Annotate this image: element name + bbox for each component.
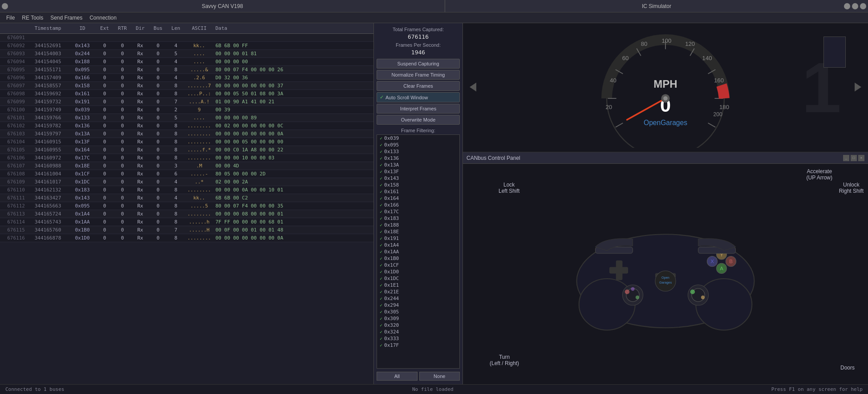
filter-item[interactable]: ✓0x136 xyxy=(377,155,459,162)
table-row[interactable]: 676114 344165743 0x1AA 0 0 Rx 0 8 ......… xyxy=(0,218,373,226)
cell-rownum: 676100 xyxy=(0,106,27,113)
table-row[interactable]: 676105 344160955 0x164 0 0 Rx 0 8 .....f… xyxy=(0,146,373,154)
filter-item[interactable]: ✓0x1AA xyxy=(377,248,459,255)
filter-item[interactable]: ✓0x161 xyxy=(377,188,459,195)
table-row[interactable]: 676103 344159797 0x13A 0 0 Rx 0 8 ......… xyxy=(0,130,373,138)
table-row[interactable]: 676099 344159732 0x191 0 0 Rx 0 7 ....A.… xyxy=(0,98,373,106)
filter-item[interactable]: ✓0x13F xyxy=(377,168,459,175)
col-id: ID xyxy=(69,24,96,32)
cell-dir: Rx xyxy=(131,122,149,129)
minimize-right-icon[interactable] xyxy=(860,3,866,9)
filter-item[interactable]: ✓0x039 xyxy=(377,135,459,142)
auto-scroll-button[interactable]: ✓ Auto Scroll Window xyxy=(377,92,460,102)
cell-data: 6B 6B 00 FF xyxy=(214,42,373,49)
table-row[interactable]: 676111 344163427 0x143 0 0 Rx 0 4 kk.. 6… xyxy=(0,194,373,202)
canbus-maximize-icon[interactable]: □ xyxy=(851,155,857,161)
maximize-icon[interactable] xyxy=(852,3,858,9)
table-row[interactable]: 676096 344157409 0x166 0 0 Rx 0 4 .2.6 D… xyxy=(0,74,373,82)
filter-item[interactable]: ✓0x1CF xyxy=(377,262,459,268)
filter-item[interactable]: ✓0x324 xyxy=(377,329,459,335)
filter-none-button[interactable]: None xyxy=(419,372,460,381)
filter-item[interactable]: ✓0x244 xyxy=(377,295,459,302)
table-row[interactable]: 676109 344161017 0x1DC 0 0 Rx 0 4 ..* 02… xyxy=(0,178,373,186)
menu-sendframes[interactable]: Send Frames xyxy=(48,14,85,22)
filter-item[interactable]: ✓0x21E xyxy=(377,288,459,295)
filter-item[interactable]: ✓0x1B0 xyxy=(377,255,459,262)
minimize-icon[interactable] xyxy=(2,3,8,9)
svg-text:Open: Open xyxy=(661,276,669,280)
filter-item[interactable]: ✓0x191 xyxy=(377,235,459,242)
filter-id-label: 0x21E xyxy=(384,289,399,295)
table-row[interactable]: 676104 344160915 0x13F 0 0 Rx 0 8 ......… xyxy=(0,138,373,146)
filter-item[interactable]: ✓0x1DC xyxy=(377,275,459,282)
filter-check-icon: ✓ xyxy=(380,249,382,254)
filter-item[interactable]: ✓0x17F xyxy=(377,342,459,349)
canbus-minimize-icon[interactable]: _ xyxy=(843,155,849,161)
filter-item[interactable]: ✓0x158 xyxy=(377,182,459,188)
table-row[interactable]: 676094 344154045 0x188 0 0 Rx 0 4 .... 0… xyxy=(0,58,373,66)
filter-item[interactable]: ✓0x309 xyxy=(377,315,459,322)
filter-item[interactable]: ✓0x1E1 xyxy=(377,282,459,288)
filter-item[interactable]: ✓0x188 xyxy=(377,222,459,228)
table-row[interactable]: 676095 344155171 0x095 0 0 Rx 0 8 .....&… xyxy=(0,66,373,74)
table-row[interactable]: 676115 344165760 0x1B0 0 0 Rx 0 7 ......… xyxy=(0,226,373,234)
filter-id-label: 0x1A4 xyxy=(384,242,399,248)
table-row[interactable]: 676100 344159749 0x039 0 0 Rx 0 2 9 00 3… xyxy=(0,106,373,114)
filter-id-label: 0x164 xyxy=(384,195,399,201)
cell-data: 00 02 00 00 00 00 00 0C xyxy=(214,122,373,129)
filter-item[interactable]: ✓0x1A4 xyxy=(377,242,459,248)
table-row[interactable]: 676112 344165663 0x095 0 0 Rx 0 8 .....5… xyxy=(0,202,373,210)
filter-item[interactable]: ✓0x333 xyxy=(377,335,459,342)
table-row[interactable]: 676110 344162132 0x183 0 0 Rx 0 8 ......… xyxy=(0,186,373,194)
table-row[interactable]: 676092 344152691 0x143 0 0 Rx 0 4 kk.. 6… xyxy=(0,42,373,50)
filter-item[interactable]: ✓0x17C xyxy=(377,208,459,215)
clear-frames-button[interactable]: Clear Frames xyxy=(377,81,460,91)
overwrite-mode-button[interactable]: Overwrite Mode xyxy=(377,115,460,125)
table-row[interactable]: 676106 344160972 0x17C 0 0 Rx 0 8 ......… xyxy=(0,154,373,162)
cell-data: 00 39 xyxy=(214,106,373,113)
menu-file[interactable]: File xyxy=(4,14,17,22)
filter-item[interactable]: ✓0x13A xyxy=(377,162,459,168)
filter-id-label: 0x143 xyxy=(384,175,399,181)
table-row[interactable]: 676097 344158557 0x158 0 0 Rx 0 8 ......… xyxy=(0,82,373,90)
normalize-frame-timing-button[interactable]: Normalize Frame Timing xyxy=(377,70,460,80)
filter-all-button[interactable]: All xyxy=(377,372,418,381)
table-body: 676091 676092 344152691 0x143 0 0 Rx 0 4… xyxy=(0,34,373,384)
filter-item[interactable]: ✓0x166 xyxy=(377,202,459,208)
filter-item[interactable]: ✓0x305 xyxy=(377,309,459,315)
close-icon[interactable] xyxy=(844,3,850,9)
table-row[interactable]: 676098 344159692 0x161 0 0 Rx 0 8 ....P.… xyxy=(0,90,373,98)
table-row[interactable]: 676093 344154003 0x244 0 0 Rx 0 5 .... 0… xyxy=(0,50,373,58)
filter-item[interactable]: ✓0x095 xyxy=(377,142,459,148)
filter-item[interactable]: ✓0x133 xyxy=(377,148,459,155)
filter-item[interactable]: ✓0x294 xyxy=(377,302,459,309)
interpret-frames-button[interactable]: Interpret Frames xyxy=(377,104,460,114)
menu-bar: File RE Tools Send Frames Connection xyxy=(0,12,868,23)
cell-rtr: 0 xyxy=(114,90,131,97)
cell-dir: Rx xyxy=(131,130,149,137)
filter-check-icon: ✓ xyxy=(380,289,382,294)
table-row[interactable]: 676116 344166878 0x1D0 0 0 Rx 0 8 ......… xyxy=(0,234,373,242)
table-row[interactable]: 676107 344160988 0x18E 0 0 Rx 0 3 .M 00 … xyxy=(0,162,373,170)
menu-retools[interactable]: RE Tools xyxy=(19,14,46,22)
left-arrow[interactable] xyxy=(467,80,481,95)
filter-item[interactable]: ✓0x18E xyxy=(377,228,459,235)
table-row[interactable]: 676102 344159782 0x136 0 0 Rx 0 8 ......… xyxy=(0,122,373,130)
table-row[interactable]: 676101 344159766 0x133 0 0 Rx 0 5 .... 0… xyxy=(0,114,373,122)
suspend-capturing-button[interactable]: Suspend Capturing xyxy=(377,59,460,69)
right-arrow[interactable] xyxy=(850,80,864,95)
cell-ext: 0 xyxy=(96,171,114,177)
canbus-close-icon[interactable]: × xyxy=(858,155,864,161)
table-row[interactable]: 676108 344161004 0x1CF 0 0 Rx 0 6 .....-… xyxy=(0,170,373,178)
filter-item[interactable]: ✓0x183 xyxy=(377,215,459,222)
filter-item[interactable]: ✓0x1D0 xyxy=(377,268,459,275)
filter-item[interactable]: ✓0x320 xyxy=(377,322,459,329)
menu-connection[interactable]: Connection xyxy=(87,14,119,22)
cell-rownum: 676091 xyxy=(0,34,27,41)
filter-item[interactable]: ✓0x143 xyxy=(377,175,459,182)
filter-item[interactable]: ✓0x164 xyxy=(377,195,459,202)
table-row[interactable]: 676113 344165724 0x1A4 0 0 Rx 0 8 ......… xyxy=(0,210,373,218)
filter-check-icon: ✓ xyxy=(380,269,382,274)
cell-dir: Rx xyxy=(131,211,149,217)
cell-bus: 0 xyxy=(149,106,167,113)
